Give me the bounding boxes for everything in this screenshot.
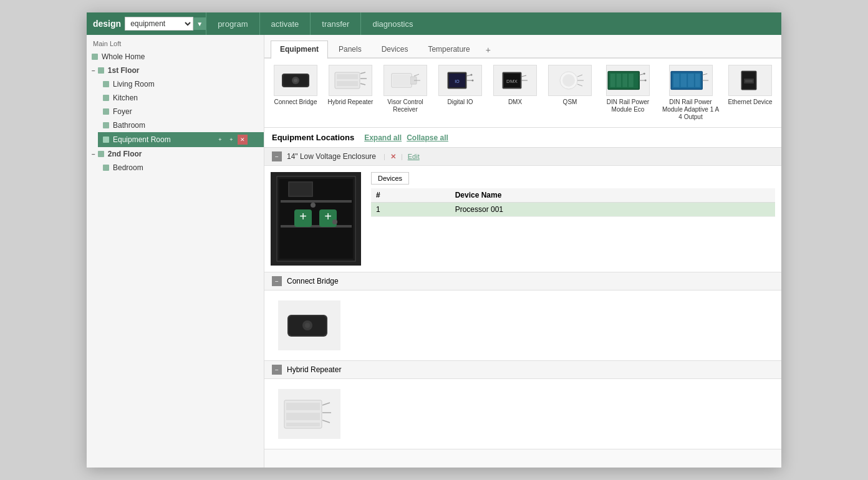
collapse-all-btn[interactable]: Collapse all (407, 133, 448, 142)
col-device-name: Device Name (450, 188, 775, 203)
delete-item-button[interactable]: ✕ (238, 135, 248, 145)
expand-all-btn[interactable]: Expand all (364, 133, 402, 142)
enclosure-toggle[interactable]: − (272, 151, 282, 161)
dropdown-arrow[interactable]: ▼ (193, 17, 206, 30)
svg-point-20 (471, 74, 473, 76)
sidebar-group-1st-floor[interactable]: − 1st Floor (87, 64, 264, 77)
add-sub-button[interactable]: + (226, 135, 236, 145)
svg-point-28 (562, 74, 575, 87)
svg-line-74 (322, 403, 330, 405)
svg-rect-45 (680, 74, 687, 87)
device-label: Digital IO (447, 98, 473, 106)
sidebar-item-foyer[interactable]: Foyer (98, 105, 264, 118)
svg-rect-56 (281, 200, 352, 203)
nav-design-label: design (93, 19, 125, 29)
locations-title: Equipment Locations (272, 133, 354, 142)
svg-rect-44 (673, 74, 679, 87)
svg-point-21 (472, 80, 474, 82)
svg-rect-46 (688, 74, 694, 87)
tab-panels[interactable]: Panels (329, 41, 371, 57)
svg-rect-72 (286, 413, 320, 420)
sidebar-item-icon (103, 122, 109, 128)
sidebar-item-icon (92, 54, 98, 60)
enclosure-toggle[interactable]: − (272, 276, 282, 286)
device-din-eco[interactable]: DIN Rail Power Module Eco (600, 65, 656, 113)
sidebar-item-bedroom[interactable]: Bedroom (98, 161, 264, 175)
svg-rect-65 (289, 183, 312, 196)
svg-rect-37 (629, 74, 634, 87)
sidebar-item-living-room[interactable]: Living Room (98, 77, 264, 91)
sidebar-item-icon (98, 67, 104, 74)
table-row[interactable]: 1 Processor 001 (371, 203, 775, 217)
top-nav: design equipment areas scenes ▼ program … (87, 12, 781, 35)
device-qsm[interactable]: QSM (545, 65, 595, 106)
enclosure-image: + + (271, 172, 361, 266)
svg-point-3 (294, 79, 297, 82)
sub-enclosure-body (264, 290, 781, 360)
svg-point-62 (311, 203, 316, 208)
device-thumb-qsm (548, 65, 592, 96)
devices-tab-label[interactable]: Devices (371, 172, 409, 185)
device-digital-io[interactable]: IO Digital IO (435, 65, 485, 106)
sidebar-item-kitchen[interactable]: Kitchen (98, 91, 264, 105)
nav-item-activate[interactable]: activate (259, 12, 311, 35)
sidebar-item-icon (103, 108, 109, 115)
enclosure-toggle[interactable]: − (272, 365, 282, 375)
svg-text:DMX: DMX (506, 79, 518, 84)
device-dmx[interactable]: DMX DMX (490, 65, 540, 106)
nav-item-diagnostics[interactable]: diagnostics (360, 12, 424, 35)
device-label: Hybrid Repeater (328, 98, 374, 106)
device-thumb-hybrid-repeater (329, 65, 372, 96)
sub-enclosure-name: Connect Bridge (287, 277, 339, 286)
sidebar-item-actions: + + ✕ Edit (215, 135, 259, 145)
sidebar-item-icon (103, 137, 109, 143)
add-item-button[interactable]: + (215, 135, 225, 145)
device-thumb-din-eco (606, 65, 650, 96)
svg-line-48 (702, 74, 707, 75)
locations-section: Equipment Locations Expand all Collapse … (264, 128, 781, 468)
enclosure-delete-btn[interactable]: ✕ (390, 153, 396, 161)
device-connect-bridge[interactable]: Connect Bridge (271, 65, 321, 106)
edit-item-button[interactable]: Edit (249, 135, 259, 145)
sub-enclosure-header: − Hybrid Repeater (264, 361, 781, 379)
svg-point-41 (645, 80, 647, 82)
device-thumb-digital-io: IO (438, 65, 482, 96)
tab-devices[interactable]: Devices (372, 41, 418, 57)
svg-line-9 (360, 84, 365, 85)
device-label: Visor Control Receiver (380, 98, 430, 113)
device-label: Connect Bridge (274, 98, 317, 106)
device-visor[interactable]: Visor Control Receiver (380, 65, 430, 113)
tab-temperature[interactable]: Temperature (418, 41, 479, 57)
svg-line-31 (577, 84, 582, 86)
nav-items: program activate transfer diagnostics (206, 12, 424, 35)
nav-item-transfer[interactable]: transfer (310, 12, 360, 35)
group-toggle: − (92, 151, 95, 158)
app-window: design equipment areas scenes ▼ program … (87, 12, 781, 468)
content-area: Equipment Panels Devices Temperature + (264, 35, 781, 468)
svg-rect-73 (286, 423, 320, 426)
device-thumb-visor (383, 65, 427, 96)
tab-equipment[interactable]: Equipment (271, 41, 328, 59)
sidebar-item-icon (103, 165, 109, 171)
svg-rect-36 (622, 74, 627, 87)
device-hybrid-repeater[interactable]: Hybrid Repeater (326, 65, 375, 106)
sidebar-item-equipment-room[interactable]: Equipment Room + + ✕ Edit (98, 132, 264, 147)
tab-add[interactable]: + (481, 42, 496, 57)
sidebar-item-bathroom[interactable]: Bathroom (98, 118, 264, 132)
design-dropdown[interactable]: equipment areas scenes (125, 17, 193, 31)
enclosure-edit-btn[interactable]: Edit (408, 153, 420, 160)
enclosure-header: − 14" Low Voltage Enclosure | ✕ | Edit (264, 148, 781, 166)
row-num: 1 (371, 203, 450, 217)
svg-rect-34 (610, 74, 615, 87)
enclosure-name: 14" Low Voltage Enclosure (287, 152, 376, 161)
sidebar-item-whole-home[interactable]: Whole Home (87, 50, 264, 64)
device-ethernet[interactable]: Ethernet Device (725, 65, 775, 106)
svg-rect-71 (286, 403, 320, 410)
enclosure-body: + + Device (264, 166, 781, 272)
nav-item-program[interactable]: program (206, 12, 259, 35)
sidebar: Main Loft Whole Home − 1st Floor Living … (87, 35, 264, 468)
group-toggle: − (92, 67, 95, 74)
sidebar-item-icon (103, 95, 109, 101)
sidebar-group-2nd-floor[interactable]: − 2nd Floor (87, 147, 264, 161)
device-din-adaptive[interactable]: DIN Rail Power Module Adaptive 1 A 4 Out… (661, 65, 720, 121)
